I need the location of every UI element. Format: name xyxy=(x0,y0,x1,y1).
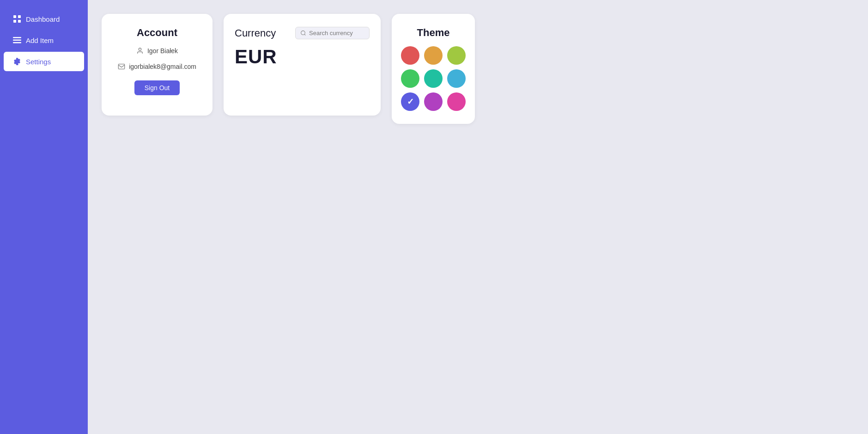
account-title: Account xyxy=(137,27,177,39)
currency-value: EUR xyxy=(235,46,277,68)
account-card: Account Igor Białek igorbialek8@gmail.co… xyxy=(102,14,212,116)
svg-rect-2 xyxy=(13,20,16,23)
svg-rect-0 xyxy=(13,15,16,18)
account-email: igorbialek8@gmail.com xyxy=(129,63,196,70)
theme-card: Theme xyxy=(392,14,475,124)
currency-card: Currency EUR xyxy=(224,14,381,116)
theme-title: Theme xyxy=(417,27,450,39)
svg-rect-4 xyxy=(13,37,21,38)
svg-rect-6 xyxy=(13,42,21,43)
svg-point-9 xyxy=(301,31,305,35)
email-icon xyxy=(118,63,125,70)
sidebar-item-label-settings: Settings xyxy=(26,58,51,66)
theme-color-pink[interactable] xyxy=(447,92,466,111)
gear-icon xyxy=(13,57,21,66)
svg-rect-1 xyxy=(18,15,21,18)
theme-color-teal[interactable] xyxy=(424,69,443,88)
account-email-field: igorbialek8@gmail.com xyxy=(118,63,196,70)
sidebar-item-add-item[interactable]: Add Item xyxy=(4,31,84,50)
main-content: Account Igor Białek igorbialek8@gmail.co… xyxy=(88,0,868,434)
grid-icon xyxy=(13,15,21,23)
svg-rect-5 xyxy=(13,40,21,41)
svg-rect-8 xyxy=(118,64,124,69)
account-username-field: Igor Białek xyxy=(136,47,178,55)
sidebar-item-dashboard[interactable]: Dashboard xyxy=(4,9,84,29)
svg-rect-3 xyxy=(18,20,21,23)
svg-point-7 xyxy=(139,48,141,50)
sidebar-item-label-add-item: Add Item xyxy=(26,37,54,44)
theme-color-green[interactable] xyxy=(401,69,419,88)
theme-color-red[interactable] xyxy=(401,46,419,65)
currency-header: Currency xyxy=(235,27,370,39)
theme-color-blue[interactable] xyxy=(447,69,466,88)
theme-color-grid xyxy=(401,46,466,111)
currency-search-container[interactable] xyxy=(295,27,370,39)
currency-search-input[interactable] xyxy=(309,30,364,37)
sign-out-button[interactable]: Sign Out xyxy=(134,80,180,95)
sidebar-item-label-dashboard: Dashboard xyxy=(26,15,60,23)
account-username: Igor Białek xyxy=(147,47,178,55)
sidebar: Dashboard Add Item Settings xyxy=(0,0,88,434)
theme-color-orange[interactable] xyxy=(424,46,443,65)
currency-title: Currency xyxy=(235,27,276,39)
theme-color-purple[interactable] xyxy=(424,92,443,111)
search-icon xyxy=(300,30,306,36)
theme-color-indigo[interactable] xyxy=(401,92,419,111)
user-icon xyxy=(136,47,144,55)
sidebar-item-settings[interactable]: Settings xyxy=(4,52,84,71)
theme-color-lime[interactable] xyxy=(447,46,466,65)
list-icon xyxy=(13,36,21,44)
